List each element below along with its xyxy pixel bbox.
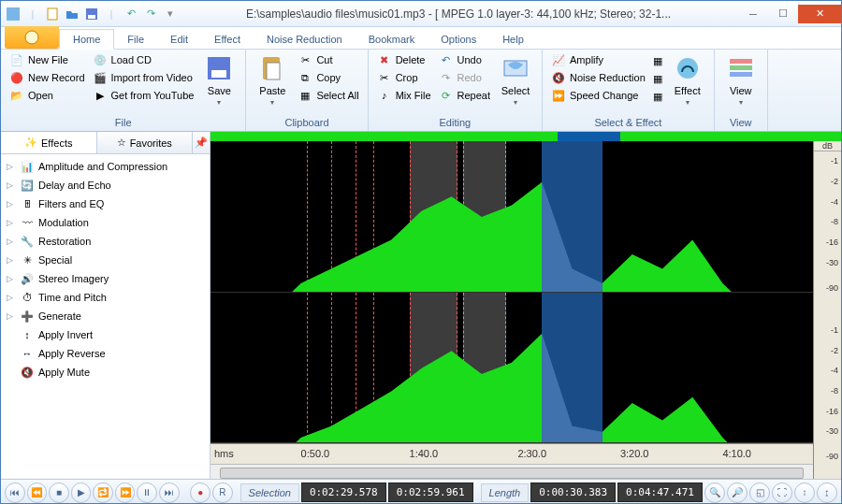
maximize-button[interactable]: ☐ (768, 5, 798, 23)
generate-icon: ➕ (20, 309, 35, 324)
paste-icon (257, 53, 287, 83)
waveform-area: hms 0:50.0 1:40.0 2:30.0 3:20.0 4:10.0 d… (210, 132, 841, 479)
zoom-fit-button[interactable]: ⛶ (772, 482, 792, 503)
sidebar-tab-effects[interactable]: ✨Effects (1, 132, 97, 153)
delete-button[interactable]: ✖Delete (374, 51, 434, 68)
tab-edit[interactable]: Edit (157, 30, 201, 49)
view-button[interactable]: View▾ (720, 51, 762, 108)
mix-file-button[interactable]: ♪Mix File (374, 87, 434, 104)
tree-item[interactable]: ▷📊Amplitude and Compression (3, 157, 208, 176)
tab-file[interactable]: File (114, 30, 157, 49)
qat-app-icon[interactable] (5, 6, 22, 22)
group-label-clipboard: Clipboard (252, 116, 361, 129)
star-icon: ☆ (117, 137, 126, 149)
effect-small-icon-1[interactable]: ▦ (650, 53, 665, 68)
redo-button[interactable]: ↷Redo (436, 69, 493, 86)
pin-icon[interactable]: 📌 (193, 132, 210, 153)
tab-home[interactable]: Home (59, 29, 114, 50)
selection-region[interactable] (542, 141, 602, 292)
tab-options[interactable]: Options (428, 30, 489, 49)
tab-help[interactable]: Help (489, 30, 537, 49)
pause-button[interactable]: ⏸ (137, 482, 157, 503)
tree-item[interactable]: ▷🔄Delay and Echo (3, 176, 208, 194)
tree-item[interactable]: ↕Apply Invert (3, 325, 208, 344)
noise-reduction-button[interactable]: 🔇Noise Reduction (548, 69, 648, 86)
ribbon-group-file: 📄New File 🔴New Record 📂Open 💿Load CD 🎬Im… (1, 50, 246, 131)
record-button[interactable]: ● (190, 482, 210, 503)
zoom-in-h-button[interactable]: 🔍 (704, 482, 725, 503)
rewind-button[interactable]: ⏪ (27, 482, 48, 503)
sidebar: ✨Effects ☆Favorites 📌 ▷📊Amplitude and Co… (1, 132, 210, 479)
tree-item[interactable]: ▷➕Generate (3, 307, 208, 325)
selection-region[interactable] (542, 293, 602, 443)
select-all-button[interactable]: ▦Select All (295, 87, 361, 104)
crop-button[interactable]: ✂Crop (374, 69, 434, 86)
play-button[interactable]: ▶ (71, 482, 92, 503)
crop-icon: ✂ (377, 70, 392, 85)
repeat-button[interactable]: ⟳Repeat (436, 87, 493, 104)
goto-start-button[interactable]: ⏮ (5, 482, 25, 503)
timeline-overview[interactable] (210, 132, 841, 141)
record-mode-button[interactable]: R (212, 482, 233, 503)
new-file-button[interactable]: 📄New File (7, 51, 88, 68)
qat-dropdown-icon[interactable]: ▾ (162, 6, 179, 22)
tree-item[interactable]: ▷✳Special (3, 251, 208, 269)
copy-button[interactable]: ⧉Copy (295, 69, 361, 86)
tab-noise-reduction[interactable]: Noise Reduction (254, 30, 356, 49)
qat-save-icon[interactable] (83, 6, 100, 22)
select-button[interactable]: Select▾ (495, 51, 536, 108)
sidebar-tab-favorites[interactable]: ☆Favorites (97, 132, 194, 153)
zoom-out-h-button[interactable]: 🔎 (727, 482, 748, 503)
cut-button[interactable]: ✂Cut (295, 51, 361, 68)
paste-button[interactable]: Paste▾ (252, 51, 293, 108)
tab-effect[interactable]: Effect (201, 30, 254, 49)
waveform-right-channel[interactable] (210, 293, 813, 444)
tree-item[interactable]: ▷⏱Time and Pitch (3, 288, 208, 307)
group-label-file: File (7, 116, 240, 129)
effect-small-icon-3[interactable]: ▦ (650, 89, 665, 104)
open-button[interactable]: 📂Open (7, 87, 88, 104)
effect-icon (673, 53, 703, 83)
effect-button[interactable]: Effect▾ (667, 51, 708, 108)
tree-item[interactable]: ▷🎚Filters and EQ (3, 194, 208, 213)
effect-small-icon-2[interactable]: ▦ (650, 71, 665, 86)
minimize-button[interactable]: ─ (738, 5, 768, 23)
tab-bookmark[interactable]: Bookmark (356, 30, 428, 49)
horizontal-scrollbar[interactable] (210, 464, 813, 479)
new-record-button[interactable]: 🔴New Record (7, 69, 88, 86)
speed-change-button[interactable]: ⏩Speed Change (548, 87, 648, 104)
tree-item[interactable]: ▷〰Modulation (3, 213, 208, 232)
effects-tree[interactable]: ▷📊Amplitude and Compression ▷🔄Delay and … (1, 154, 210, 479)
fast-forward-button[interactable]: ⏩ (115, 482, 136, 503)
svg-point-10 (677, 58, 698, 79)
zoom-selection-button[interactable]: ◱ (749, 482, 770, 503)
app-menu-button[interactable] (5, 26, 59, 49)
qat-new-icon[interactable] (44, 6, 61, 22)
load-cd-button[interactable]: 💿Load CD (90, 51, 197, 68)
qat-redo-icon[interactable]: ↷ (142, 6, 159, 22)
qat-open-icon[interactable] (64, 6, 80, 22)
tree-item[interactable]: ▷🔧Restoration (3, 232, 208, 251)
tree-item[interactable]: ↔Apply Reverse (3, 344, 208, 363)
close-button[interactable]: ✕ (798, 5, 841, 23)
waveform-left-channel[interactable] (210, 141, 813, 293)
get-youtube-button[interactable]: ▶Get from YouTube (90, 87, 197, 104)
time-ruler[interactable]: hms 0:50.0 1:40.0 2:30.0 3:20.0 4:10.0 (210, 443, 813, 464)
group-label-select-effect: Select & Effect (548, 116, 708, 129)
save-button[interactable]: Save▾ (198, 51, 240, 108)
undo-icon: ↶ (439, 52, 454, 67)
loop-button[interactable]: 🔁 (93, 482, 113, 503)
stop-button[interactable]: ■ (49, 482, 69, 503)
folder-open-icon: 📂 (9, 88, 24, 103)
qat-undo-icon[interactable]: ↶ (123, 6, 139, 22)
undo-button[interactable]: ↶Undo (436, 51, 493, 68)
invert-icon: ↕ (20, 327, 35, 342)
titlebar: | | ↶ ↷ ▾ E:\samples\audio files\music01… (1, 1, 841, 27)
goto-end-button[interactable]: ⏭ (159, 482, 180, 503)
amplify-button[interactable]: 📈Amplify (548, 51, 648, 68)
tree-item[interactable]: 🔇Apply Mute (3, 363, 208, 382)
tree-item[interactable]: ▷🔊Stereo Imagery (3, 269, 208, 288)
zoom-in-v-button[interactable]: ↕ (794, 482, 815, 503)
ruler-tick: 2:30.0 (517, 448, 546, 459)
import-video-button[interactable]: 🎬Import from Video (90, 69, 197, 86)
